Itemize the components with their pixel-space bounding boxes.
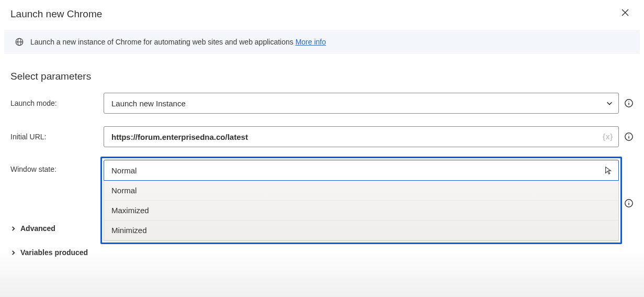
section-variables-label: Variables produced: [20, 248, 88, 257]
globe-icon: [15, 37, 24, 47]
select-launch-mode[interactable]: Launch new Instance: [104, 93, 619, 114]
dropdown-window-state: Normal Maximized Minimized: [104, 181, 619, 241]
row-launch-mode: Launch mode: Launch new Instance: [0, 93, 644, 126]
dialog-title: Launch new Chrome: [10, 8, 102, 20]
chevron-right-icon: [10, 226, 16, 232]
label-launch-mode: Launch mode:: [10, 99, 104, 107]
info-icon[interactable]: [624, 98, 634, 108]
section-advanced[interactable]: Advanced: [0, 221, 98, 236]
info-banner-text: Launch a new instance of Chrome for auto…: [30, 38, 326, 46]
info-icon[interactable]: [624, 132, 634, 141]
dropdown-option-minimized[interactable]: Minimized: [104, 221, 618, 240]
label-window-state: Window state:: [10, 160, 104, 173]
svg-point-10: [628, 135, 629, 135]
dialog-header: Launch new Chrome: [0, 0, 644, 30]
chevron-down-icon: [606, 100, 613, 107]
svg-point-13: [628, 201, 629, 201]
svg-point-7: [628, 101, 629, 102]
close-icon: [621, 8, 629, 17]
select-launch-mode-value: Launch new Instance: [111, 99, 606, 108]
row-initial-url: Initial URL: https://forum.enterprisedna…: [0, 126, 644, 160]
section-title: Select parameters: [0, 56, 644, 93]
label-initial-url: Initial URL:: [10, 133, 104, 141]
select-window-state-value: Normal: [111, 166, 604, 175]
more-info-link[interactable]: More info: [296, 38, 326, 46]
cursor-icon: [604, 166, 613, 175]
close-button[interactable]: [617, 6, 634, 21]
info-icon[interactable]: [624, 199, 634, 208]
dropdown-option-normal[interactable]: Normal: [104, 181, 618, 201]
dropdown-option-maximized[interactable]: Maximized: [104, 201, 618, 221]
info-banner: Launch a new instance of Chrome for auto…: [4, 30, 640, 54]
variable-token-icon[interactable]: {x}: [603, 133, 613, 141]
input-initial-url[interactable]: https://forum.enterprisedna.co/latest {x…: [104, 126, 619, 147]
select-window-state[interactable]: Normal: [104, 160, 619, 181]
chevron-right-icon: [10, 250, 16, 256]
section-variables-produced[interactable]: Variables produced: [0, 245, 98, 260]
input-initial-url-value: https://forum.enterprisedna.co/latest: [111, 133, 603, 141]
section-advanced-label: Advanced: [20, 224, 55, 233]
